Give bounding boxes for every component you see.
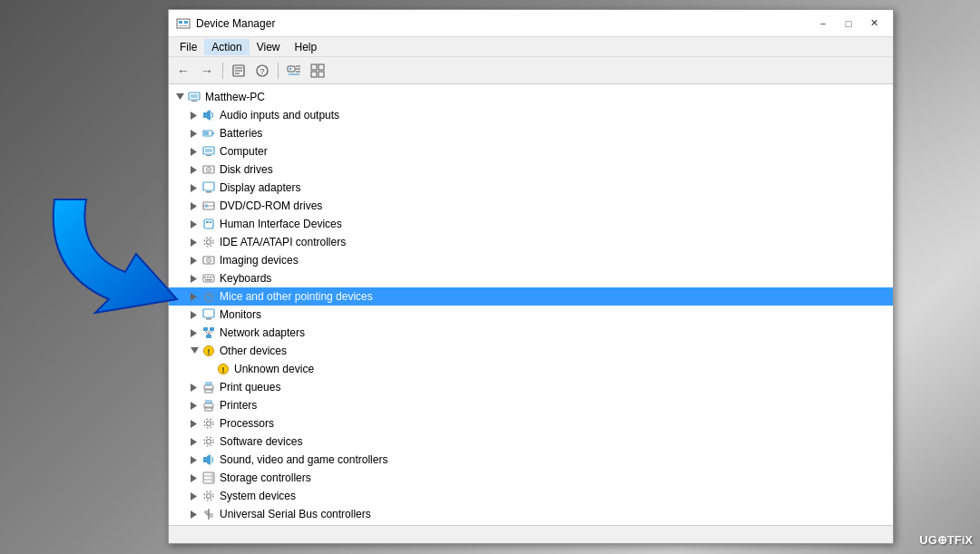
svg-marker-85 xyxy=(191,402,197,410)
node-icon-diskdrives xyxy=(201,162,216,177)
node-icon-system xyxy=(201,489,216,503)
node-label-processors: Processors xyxy=(220,417,274,430)
svg-marker-38 xyxy=(191,184,197,192)
tree-item-audio[interactable]: Audio inputs and outputs xyxy=(169,106,893,124)
watermark: UG⊕TFiX xyxy=(919,533,973,547)
expand-icon-diskdrives[interactable] xyxy=(187,162,201,177)
expand-icon-system[interactable] xyxy=(187,489,201,503)
expand-icon-monitors[interactable] xyxy=(187,307,201,322)
expand-icon-mice[interactable] xyxy=(187,289,201,304)
close-button[interactable]: ✕ xyxy=(862,15,886,33)
menu-file[interactable]: File xyxy=(172,39,204,55)
tree-item-printers[interactable]: Printers xyxy=(169,396,893,414)
svg-rect-67 xyxy=(203,309,214,317)
expand-icon-printqueues[interactable] xyxy=(187,380,201,394)
svg-rect-19 xyxy=(318,72,324,77)
svg-marker-41 xyxy=(191,202,197,210)
maximize-button[interactable]: □ xyxy=(837,15,860,33)
toolbar-separator-2 xyxy=(278,63,279,79)
forward-button[interactable]: → xyxy=(196,61,218,81)
svg-rect-57 xyxy=(203,275,214,282)
node-icon-audio xyxy=(201,108,216,122)
tree-item-system[interactable]: System devices xyxy=(169,487,893,505)
tree-item-imaging[interactable]: Imaging devices xyxy=(169,251,893,269)
svg-rect-87 xyxy=(205,400,212,403)
expand-icon-sound[interactable] xyxy=(187,452,201,467)
node-label-diskdrives: Disk drives xyxy=(220,163,273,176)
tree-item-unknowndevice[interactable]: !Unknown device xyxy=(169,360,893,378)
device-manager-window: Device Manager − □ ✕ File Action View He… xyxy=(168,9,894,544)
tree-item-keyboards[interactable]: Keyboards xyxy=(169,269,893,287)
window-title: Device Manager xyxy=(196,17,811,30)
svg-rect-46 xyxy=(204,219,213,228)
svg-point-50 xyxy=(207,240,211,245)
tree-item-usb[interactable]: Universal Serial Bus controllers xyxy=(169,505,893,523)
expand-icon-dvdrom[interactable] xyxy=(187,199,201,213)
scan-button[interactable] xyxy=(283,61,305,81)
expand-icon-otherdevices[interactable] xyxy=(187,344,201,358)
svg-marker-92 xyxy=(191,438,197,446)
svg-marker-104 xyxy=(191,492,197,501)
tree-item-computer[interactable]: Computer xyxy=(169,142,893,160)
grid-button[interactable] xyxy=(307,61,328,81)
expand-icon-unknowndevice[interactable] xyxy=(201,362,216,376)
node-icon-computer xyxy=(201,144,216,159)
tree-item-monitors[interactable]: Monitors xyxy=(169,306,893,324)
expand-icon-printers[interactable] xyxy=(187,398,201,413)
svg-text:!: ! xyxy=(222,365,225,374)
svg-rect-18 xyxy=(311,72,317,77)
node-icon-imaging xyxy=(201,253,216,267)
expand-icon-ide[interactable] xyxy=(187,235,201,249)
node-label-dvdrom: DVD/CD-ROM drives xyxy=(220,199,322,212)
node-icon-printers xyxy=(201,398,216,413)
tree-item-storage[interactable]: Storage controllers xyxy=(169,469,893,487)
tree-item-network[interactable]: Network adapters xyxy=(169,324,893,342)
node-icon-monitors xyxy=(201,307,216,322)
expand-icon-root[interactable] xyxy=(172,90,187,104)
expand-icon-network[interactable] xyxy=(187,326,201,340)
node-label-hid: Human Interface Devices xyxy=(220,218,342,230)
expand-icon-imaging[interactable] xyxy=(187,253,201,267)
tree-item-root[interactable]: Matthew-PC xyxy=(169,88,893,106)
expand-icon-usb[interactable] xyxy=(187,507,201,521)
properties-button[interactable] xyxy=(228,61,250,81)
expand-icon-keyboards[interactable] xyxy=(187,271,201,286)
expand-icon-software[interactable] xyxy=(187,434,201,449)
tree-item-ide[interactable]: IDE ATA/ATAPI controllers xyxy=(169,233,893,251)
tree-item-processors[interactable]: Processors xyxy=(169,414,893,433)
tree-item-batteries[interactable]: Batteries xyxy=(169,124,893,142)
svg-marker-66 xyxy=(191,311,197,319)
expand-icon-displayadapters[interactable] xyxy=(187,180,201,195)
expand-icon-batteries[interactable] xyxy=(187,126,201,141)
expand-icon-audio[interactable] xyxy=(187,108,201,122)
svg-marker-20 xyxy=(176,93,184,100)
tree-item-printqueues[interactable]: Print queues xyxy=(169,378,893,396)
svg-rect-1 xyxy=(179,21,182,24)
menu-view[interactable]: View xyxy=(250,39,288,55)
menu-action[interactable]: Action xyxy=(204,39,249,55)
tree-item-hid[interactable]: Human Interface Devices xyxy=(169,215,893,233)
node-icon-otherdevices: ! xyxy=(201,344,216,358)
expand-icon-hid[interactable] xyxy=(187,217,201,231)
svg-point-55 xyxy=(208,259,210,261)
expand-icon-storage[interactable] xyxy=(187,471,201,485)
back-button[interactable]: ← xyxy=(172,61,194,81)
svg-marker-26 xyxy=(191,130,197,138)
svg-rect-61 xyxy=(212,277,213,278)
svg-rect-25 xyxy=(203,112,207,118)
node-label-printers: Printers xyxy=(220,399,257,412)
help-button[interactable]: ? xyxy=(251,61,273,81)
device-tree[interactable]: Matthew-PCAudio inputs and outputsBatter… xyxy=(169,84,893,525)
tree-item-sound[interactable]: Sound, video and game controllers xyxy=(169,451,893,469)
menu-help[interactable]: Help xyxy=(288,39,325,55)
tree-item-otherdevices[interactable]: !Other devices xyxy=(169,342,893,360)
svg-text:!: ! xyxy=(208,347,211,356)
tree-item-displayadapters[interactable]: Display adapters xyxy=(169,179,893,197)
tree-item-mice[interactable]: Mice and other pointing devices xyxy=(169,287,893,306)
expand-icon-computer[interactable] xyxy=(187,144,201,159)
tree-item-diskdrives[interactable]: Disk drives xyxy=(169,160,893,179)
tree-item-software[interactable]: Software devices xyxy=(169,433,893,451)
tree-item-dvdrom[interactable]: DVD/CD-ROM drives xyxy=(169,197,893,215)
minimize-button[interactable]: − xyxy=(811,15,835,33)
expand-icon-processors[interactable] xyxy=(187,416,201,431)
